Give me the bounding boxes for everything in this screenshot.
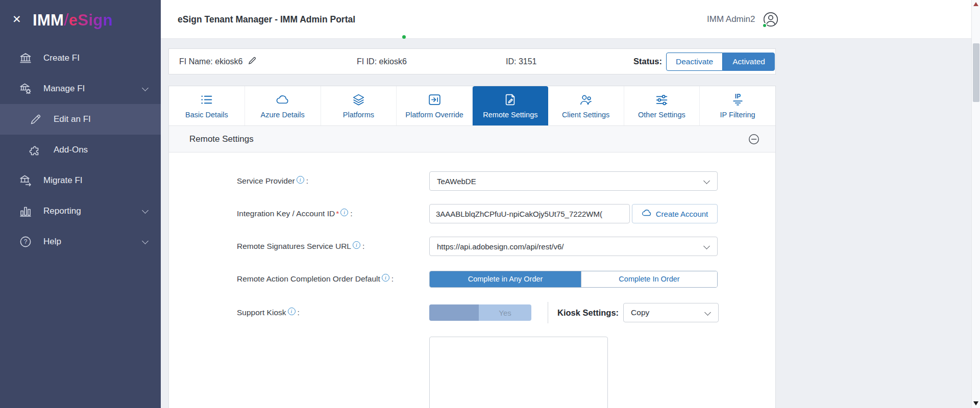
chevron-down-icon xyxy=(703,243,710,249)
app-root: ✕ IMM/eSign Create FI Manage FI xyxy=(0,0,980,408)
sidebar-item-edit-an-fi[interactable]: Edit an FI xyxy=(0,104,161,135)
tab-label: Platforms xyxy=(343,111,374,119)
create-account-label: Create Account xyxy=(656,210,708,218)
info-icon[interactable]: i xyxy=(382,274,389,282)
vertical-scrollbar[interactable] xyxy=(971,0,980,408)
chevron-down-icon xyxy=(142,85,149,91)
remote-url-dropdown[interactable]: https://api.adobesign.com/api/rest/v6/ xyxy=(429,237,718,256)
sidebar-item-label: Migrate FI xyxy=(43,175,83,186)
sidebar: ✕ IMM/eSign Create FI Manage FI xyxy=(0,0,161,408)
list-icon xyxy=(200,93,213,107)
skip-arrow-icon xyxy=(428,93,442,107)
chevron-down-icon xyxy=(704,309,711,316)
kiosk-settings-value: Copy xyxy=(631,308,649,317)
sidebar-item-help[interactable]: ? Help xyxy=(0,226,161,257)
tab-label: Client Settings xyxy=(562,111,610,119)
remote-settings-form: Service Provideri: TeAWebDE Integration … xyxy=(169,152,775,408)
cloud-icon xyxy=(642,209,652,219)
status-toggle-group: Status: Deactivate Activated xyxy=(633,53,775,71)
scrollbar-thumb[interactable] xyxy=(973,43,979,102)
next-field-partial[interactable] xyxy=(429,337,608,408)
create-account-button[interactable]: Create Account xyxy=(632,204,718,223)
scroll-up-icon[interactable] xyxy=(973,2,978,6)
info-icon[interactable]: i xyxy=(297,176,304,184)
top-header: eSign Tenant Manager - IMM Admin Portal … xyxy=(161,0,971,39)
logo-slash: / xyxy=(64,10,69,29)
kiosk-toggle-off-segment[interactable] xyxy=(429,304,479,321)
tab-remote-settings[interactable]: Remote Settings xyxy=(473,86,548,125)
tab-ip-filtering[interactable]: IP IP Filtering xyxy=(700,86,775,125)
sidebar-item-label: Edit an FI xyxy=(54,114,91,124)
service-provider-value: TeAWebDE xyxy=(437,177,476,186)
sidebar-header: ✕ IMM/eSign xyxy=(0,0,161,39)
edit-fi-name-icon[interactable] xyxy=(248,56,257,67)
info-icon[interactable]: i xyxy=(353,241,360,249)
field-label: Support Kioski: xyxy=(237,308,429,317)
status-label: Status: xyxy=(633,57,662,66)
info-icon[interactable]: i xyxy=(340,209,348,216)
kiosk-settings-label: Kiosk Settings: xyxy=(557,308,619,318)
chevron-down-icon xyxy=(142,238,149,244)
complete-in-order-option[interactable]: Complete In Order xyxy=(581,271,717,287)
document-edit-icon xyxy=(503,93,517,107)
tab-other-settings[interactable]: Other Settings xyxy=(624,86,700,125)
close-icon[interactable]: ✕ xyxy=(12,13,30,26)
tab-platform-override[interactable]: Platform Override xyxy=(397,86,473,125)
section-title: Remote Settings xyxy=(189,134,254,144)
sidebar-item-label: Reporting xyxy=(43,206,81,216)
tab-client-settings[interactable]: Client Settings xyxy=(548,86,624,125)
logo-imm-text: IMM xyxy=(33,11,64,29)
user-box: IMM Admin2 xyxy=(707,0,779,38)
collapse-section-icon[interactable] xyxy=(748,133,760,145)
sidebar-item-label: Manage FI xyxy=(43,84,85,94)
sidebar-item-create-fi[interactable]: Create FI xyxy=(0,43,161,73)
kiosk-toggle-yes-segment[interactable]: Yes xyxy=(479,304,531,321)
section-header: Remote Settings xyxy=(169,126,775,152)
user-avatar[interactable] xyxy=(763,11,779,28)
vertical-divider xyxy=(548,302,548,323)
support-kiosk-toggle[interactable]: Yes xyxy=(429,304,531,321)
tab-label: Platform Override xyxy=(405,111,463,119)
app-logo: IMM/eSign xyxy=(33,10,113,30)
deactivate-button[interactable]: Deactivate xyxy=(666,53,723,71)
sidebar-item-manage-fi[interactable]: Manage FI xyxy=(0,73,161,104)
sidebar-item-label: Create FI xyxy=(43,53,80,63)
sidebar-item-migrate-fi[interactable]: Migrate FI xyxy=(0,165,161,196)
integration-key-input[interactable] xyxy=(429,204,630,223)
chevron-down-icon xyxy=(703,177,710,184)
field-label: Remote Signatures Service URLi: xyxy=(237,242,429,251)
scroll-down-icon[interactable] xyxy=(973,401,978,405)
tab-label: Azure Details xyxy=(261,111,305,119)
tab-label: Remote Settings xyxy=(483,111,537,119)
fi-id: FI ID: ekiosk6 xyxy=(357,57,407,66)
help-circle-icon: ? xyxy=(18,235,32,249)
completion-order-toggle: Complete in Any Order Complete In Order xyxy=(429,271,718,288)
settings-panel: Basic Details Azure Details Platforms xyxy=(168,86,776,408)
form-row-service-provider: Service Provideri: TeAWebDE xyxy=(237,171,775,191)
form-row-remote-url: Remote Signatures Service URLi: https://… xyxy=(237,237,775,256)
svg-text:IP: IP xyxy=(734,93,740,100)
required-asterisk: * xyxy=(336,209,339,218)
users-icon xyxy=(579,93,593,107)
tab-basic-details[interactable]: Basic Details xyxy=(169,86,245,125)
tab-label: IP Filtering xyxy=(720,111,755,119)
sidebar-item-reporting[interactable]: Reporting xyxy=(0,196,161,226)
fi-info-bar: FI Name: ekiosk6 FI ID: ekiosk6 ID: 3151… xyxy=(168,48,776,74)
pencil-icon xyxy=(29,113,42,126)
form-row-support-kiosk: Support Kioski: Yes Kiosk Settings: Copy xyxy=(237,302,775,323)
info-icon[interactable]: i xyxy=(288,308,296,315)
complete-any-order-option[interactable]: Complete in Any Order xyxy=(430,271,581,287)
user-name: IMM Admin2 xyxy=(707,14,755,24)
remote-url-value: https://api.adobesign.com/api/rest/v6/ xyxy=(437,242,564,251)
activated-button[interactable]: Activated xyxy=(723,53,775,71)
service-provider-dropdown[interactable]: TeAWebDE xyxy=(429,171,718,191)
bank-gear-icon xyxy=(18,82,32,96)
tab-platforms[interactable]: Platforms xyxy=(321,86,397,125)
form-row-completion-order: Remote Action Completion Order Defaulti:… xyxy=(237,269,775,289)
sidebar-item-add-ons[interactable]: Add-Ons xyxy=(0,135,161,165)
form-row-integration-key: Integration Key / Account ID*i: Create A… xyxy=(237,204,775,223)
fi-name: FI Name: ekiosk6 xyxy=(179,56,257,67)
kiosk-settings-dropdown[interactable]: Copy xyxy=(623,303,719,322)
fi-numeric-id: ID: 3151 xyxy=(506,57,537,66)
tab-azure-details[interactable]: Azure Details xyxy=(245,86,321,125)
